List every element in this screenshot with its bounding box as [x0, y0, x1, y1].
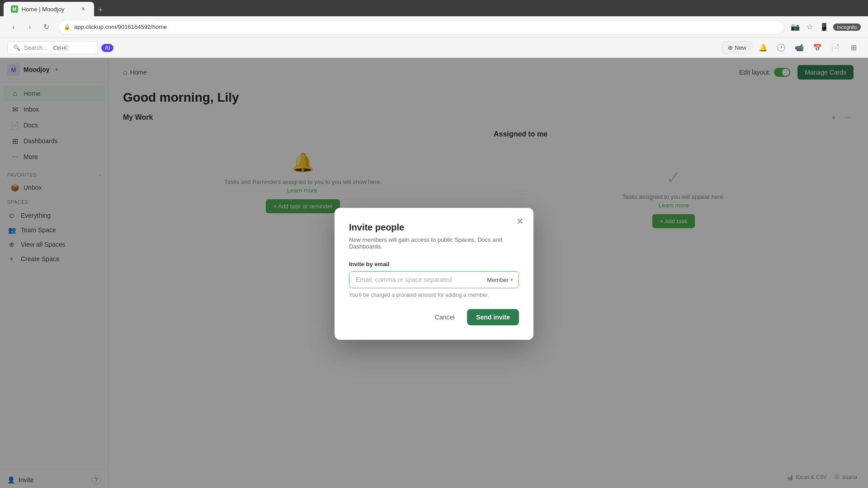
- search-placeholder: Search...: [24, 44, 47, 51]
- video-button[interactable]: 📹: [792, 41, 807, 55]
- role-label: Member: [487, 277, 509, 283]
- browser-tab[interactable]: M Home | Moodjoy ✕: [4, 2, 94, 16]
- reload-button[interactable]: ↻: [40, 21, 52, 33]
- toolbar-left: 🔍 Search... Ctrl+K AI: [7, 41, 113, 54]
- apps-button[interactable]: ⊞: [846, 41, 861, 55]
- tab-title: Home | Moodjoy: [22, 6, 64, 13]
- calendar-button[interactable]: 📅: [810, 41, 825, 55]
- lock-icon: 🔒: [64, 24, 71, 30]
- role-select[interactable]: Member ▾: [481, 272, 519, 288]
- send-invite-button[interactable]: Send invite: [467, 309, 519, 325]
- tab-close-button[interactable]: ✕: [80, 5, 87, 13]
- modal-overlay[interactable]: ✕ Invite people New members will gain ac…: [0, 58, 868, 488]
- invite-by-email-label: Invite by email: [349, 261, 519, 267]
- document-button[interactable]: 📄: [828, 41, 843, 55]
- new-button[interactable]: ⊕ New: [722, 41, 752, 54]
- modal-title: Invite people: [349, 222, 519, 233]
- bookmark-icon[interactable]: ☆: [804, 22, 815, 33]
- app-toolbar: 🔍 Search... Ctrl+K AI ⊕ New 🔔 🕐 📹 📅 📄 ⊞: [0, 38, 868, 58]
- email-input-row: Member ▾: [349, 271, 519, 288]
- incognito-badge[interactable]: Incognito: [833, 23, 861, 31]
- nav-right-controls: 📷 ☆ 📱 Incognito: [790, 22, 861, 33]
- notifications-button[interactable]: 🔔: [756, 41, 770, 55]
- url-text: app.clickup.com/9016164592/home: [74, 23, 167, 30]
- modal-subtitle: New members will gain access to public S…: [349, 236, 519, 250]
- back-button[interactable]: ‹: [7, 21, 20, 33]
- modal-footer: Cancel Send invite: [349, 309, 519, 325]
- nav-controls: ‹ › ↻: [7, 21, 52, 33]
- camera-off-icon[interactable]: 📷: [790, 22, 801, 33]
- new-label: ⊕ New: [728, 44, 746, 51]
- role-chevron-icon: ▾: [510, 277, 513, 283]
- device-icon[interactable]: 📱: [819, 22, 830, 33]
- invite-people-modal: ✕ Invite people New members will gain ac…: [335, 208, 533, 340]
- charge-note: You'll be charged a prorated amount for …: [349, 292, 519, 298]
- search-icon: 🔍: [13, 44, 20, 51]
- toolbar-right: ⊕ New 🔔 🕐 📹 📅 📄 ⊞: [722, 41, 861, 55]
- search-shortcut: Ctrl+K: [51, 45, 70, 51]
- search-bar[interactable]: 🔍 Search... Ctrl+K: [7, 41, 98, 54]
- new-tab-button[interactable]: +: [94, 4, 107, 16]
- address-bar[interactable]: 🔒 app.clickup.com/9016164592/home: [58, 20, 784, 34]
- cancel-button[interactable]: Cancel: [428, 310, 462, 324]
- app-body: M Moodjoy ▾ ⌂ Home ✉ Inbox 📄 Docs ⊞ Dash…: [0, 58, 868, 488]
- tab-favicon: M: [11, 5, 18, 13]
- nav-bar: ‹ › ↻ 🔒 app.clickup.com/9016164592/home …: [0, 16, 868, 38]
- ai-badge[interactable]: AI: [101, 44, 113, 52]
- tab-bar: M Home | Moodjoy ✕ +: [0, 0, 868, 16]
- email-input[interactable]: [349, 272, 481, 288]
- modal-close-button[interactable]: ✕: [514, 215, 526, 228]
- clock-button[interactable]: 🕐: [774, 41, 788, 55]
- forward-button[interactable]: ›: [24, 21, 36, 33]
